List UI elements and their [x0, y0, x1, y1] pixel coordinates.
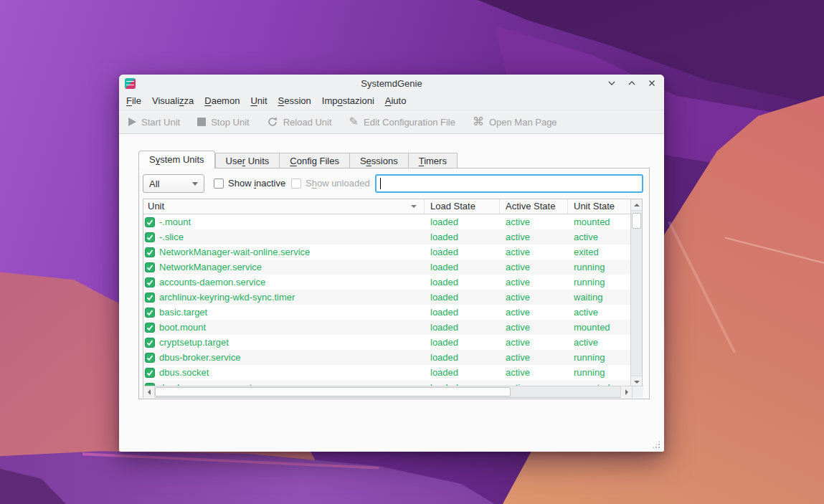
- horizontal-scrollbar-thumb[interactable]: [155, 387, 511, 396]
- menu-item-file[interactable]: File: [126, 95, 141, 106]
- table-row[interactable]: NetworkManager-wait-online.service loade…: [143, 244, 632, 260]
- unit-name: NetworkManager-wait-online.service: [159, 247, 310, 257]
- column-header-load-state[interactable]: Load State: [425, 199, 500, 214]
- active-state-cell: active: [500, 262, 568, 272]
- table-row[interactable]: cryptsetup.target loaded active active: [143, 335, 632, 350]
- text-caret: [380, 178, 381, 189]
- checkbox-icon: [214, 179, 224, 189]
- vertical-scrollbar-thumb[interactable]: [632, 213, 641, 229]
- menu-item-daemon[interactable]: Daemon: [204, 95, 240, 106]
- load-state-cell: loaded: [425, 232, 500, 242]
- scroll-right-button[interactable]: [620, 386, 632, 398]
- open-man-page-button[interactable]: ⌘ Open Man Page: [473, 116, 557, 128]
- menu-item-session[interactable]: Session: [278, 95, 311, 106]
- minimize-button[interactable]: [605, 77, 618, 90]
- column-header-unit-state[interactable]: Unit State: [568, 199, 632, 214]
- table-row[interactable]: boot.mount loaded active mounted: [143, 320, 632, 335]
- table-row[interactable]: -.mount loaded active mounted: [143, 214, 632, 229]
- close-icon: [648, 79, 656, 87]
- menu-item-aiuto[interactable]: Aiuto: [385, 95, 407, 106]
- checkbox-icon: [291, 179, 301, 189]
- titlebar[interactable]: SystemdGenie: [119, 75, 664, 92]
- unit-name-cell: NetworkManager-wait-online.service: [143, 247, 425, 257]
- unit-name-cell: dbus-broker.service: [143, 352, 425, 363]
- combobox-value: All: [149, 179, 159, 189]
- units-table: Unit Load State Active State Unit State …: [143, 199, 643, 398]
- triangle-right-icon: [625, 389, 628, 395]
- active-state-cell: active: [500, 217, 568, 227]
- unit-active-check-icon: [145, 338, 155, 348]
- horizontal-scrollbar[interactable]: [143, 386, 643, 397]
- unit-name-cell: dbus.socket: [143, 367, 425, 378]
- vertical-scrollbar[interactable]: [630, 199, 642, 387]
- unit-name-cell: NetworkManager.service: [143, 262, 425, 272]
- tab-sessions[interactable]: Sessions: [350, 153, 409, 168]
- table-row[interactable]: basic.target loaded active active: [143, 305, 632, 320]
- unit-name-cell: -.mount: [143, 217, 425, 227]
- unit-name-cell: accounts-daemon.service: [143, 277, 425, 287]
- active-state-cell: active: [500, 337, 568, 348]
- reload-unit-button[interactable]: Reload Unit: [267, 116, 332, 128]
- unit-name: cryptsetup.target: [159, 337, 229, 348]
- chevron-down-icon: [607, 79, 616, 87]
- tab-system-units[interactable]: System Units: [138, 151, 215, 168]
- unit-active-check-icon: [145, 232, 155, 242]
- start-unit-button[interactable]: Start Unit: [128, 117, 180, 128]
- search-input[interactable]: [375, 174, 643, 193]
- unit-name: NetworkManager.service: [159, 262, 262, 272]
- tab-timers[interactable]: Timers: [409, 153, 458, 168]
- unit-name: archlinux-keyring-wkd-sync.timer: [159, 292, 295, 303]
- unit-state-cell: mounted: [568, 322, 632, 333]
- unit-name-cell: archlinux-keyring-wkd-sync.timer: [143, 292, 425, 303]
- unit-name: -.slice: [159, 232, 184, 242]
- column-header-active-state[interactable]: Active State: [500, 199, 568, 214]
- system-units-panel: All Show inactive Show unloaded Unit: [138, 168, 650, 399]
- table-row[interactable]: archlinux-keyring-wkd-sync.timer loaded …: [143, 290, 632, 305]
- triangle-down-icon: [634, 381, 640, 384]
- triangle-up-icon: [634, 204, 640, 206]
- column-header-unit[interactable]: Unit: [143, 199, 425, 214]
- tab-user-units[interactable]: User Units: [215, 153, 280, 168]
- active-state-cell: active: [500, 307, 568, 318]
- table-row[interactable]: NetworkManager.service loaded active run…: [143, 260, 632, 275]
- active-state-cell: active: [500, 292, 568, 303]
- scroll-left-button[interactable]: [143, 386, 155, 398]
- active-state-cell: active: [500, 352, 568, 363]
- menu-item-unit[interactable]: Unit: [250, 95, 267, 106]
- table-row[interactable]: dbus-broker.service loaded active runnin…: [143, 350, 632, 365]
- pencil-icon: ✎: [349, 116, 359, 128]
- unit-active-check-icon: [145, 368, 155, 378]
- table-row[interactable]: accounts-daemon.service loaded active ru…: [143, 275, 632, 290]
- active-state-cell: active: [500, 232, 568, 242]
- load-state-cell: loaded: [425, 277, 500, 287]
- close-button[interactable]: [645, 77, 658, 90]
- unit-type-filter-combobox[interactable]: All: [143, 174, 204, 193]
- unit-state-cell: waiting: [568, 292, 632, 303]
- unit-state-cell: running: [568, 367, 632, 378]
- table-body: -.mount loaded active mounted -.slice lo…: [143, 214, 632, 387]
- table-row[interactable]: dbus.socket loaded active running: [143, 365, 632, 380]
- toolbar: Start Unit Stop Unit Reload Unit ✎ Edit …: [119, 110, 664, 134]
- maximize-button[interactable]: [625, 77, 638, 90]
- table-row[interactable]: -.slice loaded active active: [143, 229, 632, 244]
- edit-configuration-file-button[interactable]: ✎ Edit Configuration File: [349, 116, 455, 128]
- checkbox-show-unloaded[interactable]: Show unloaded: [291, 178, 370, 189]
- unit-state-cell: running: [568, 262, 632, 272]
- app-window: SystemdGenie File Visualizza Daemon Unit…: [119, 75, 664, 452]
- man-page-icon: ⌘: [473, 116, 484, 128]
- active-state-cell: active: [500, 247, 568, 257]
- unit-state-cell: running: [568, 277, 632, 287]
- menu-item-visualizza[interactable]: Visualizza: [152, 95, 194, 106]
- menubar: File Visualizza Daemon Unit Session Impo…: [119, 92, 664, 110]
- resize-grip[interactable]: [652, 440, 660, 449]
- tab-config-files[interactable]: Config Files: [280, 153, 350, 168]
- unit-active-check-icon: [145, 262, 155, 272]
- stop-unit-button[interactable]: Stop Unit: [197, 117, 249, 128]
- stop-icon: [197, 118, 206, 126]
- load-state-cell: loaded: [425, 262, 500, 272]
- checkbox-show-inactive[interactable]: Show inactive: [214, 178, 285, 189]
- menu-item-impostazioni[interactable]: Impostazioni: [322, 95, 374, 106]
- unit-active-check-icon: [145, 308, 155, 318]
- triangle-left-icon: [148, 389, 151, 395]
- scroll-up-button[interactable]: [631, 199, 642, 211]
